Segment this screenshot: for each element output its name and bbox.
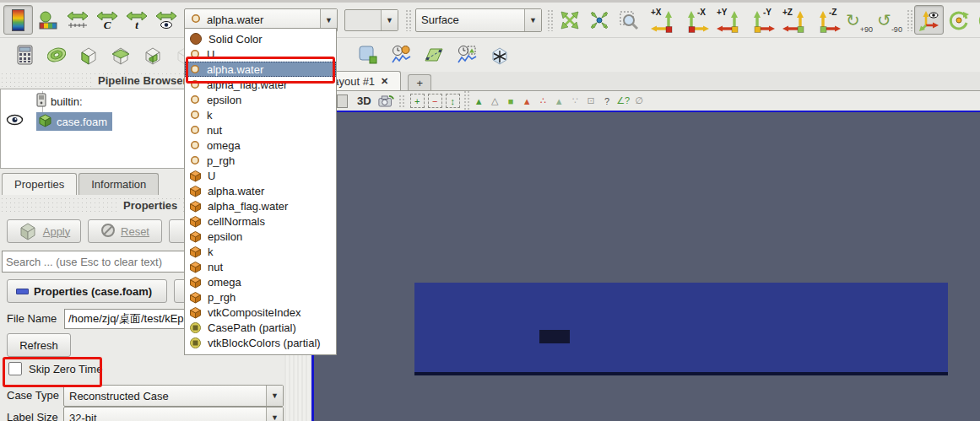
zoom-to-box-icon[interactable] — [614, 5, 643, 35]
plot-global-variables-over-time-icon[interactable] — [386, 40, 415, 70]
zoom-to-data-icon[interactable] — [584, 5, 614, 35]
dropdown-item-u[interactable]: U — [185, 168, 336, 183]
dropdown-item-alpha-water[interactable]: alpha.water — [185, 183, 336, 198]
select-cells-rect-icon[interactable]: + — [410, 94, 425, 108]
rotate-90-ccw-icon[interactable]: ↺-90 — [874, 5, 905, 35]
refresh-button[interactable]: Refresh — [7, 333, 71, 357]
contour-filter-icon[interactable] — [41, 40, 71, 70]
pipeline-item-case-foam[interactable]: case.foam — [36, 112, 112, 131]
dropdown-item-nut[interactable]: nut — [185, 259, 336, 274]
view-minus-z-button[interactable]: -Z — [811, 5, 844, 35]
hover-points-icon[interactable]: ∵ — [567, 93, 583, 109]
rescale-to-temporal-range-icon[interactable]: t — [122, 5, 151, 35]
toolbar-drag-handle[interactable] — [2, 41, 8, 68]
skip-zero-time-label: Skip Zero Time — [29, 363, 102, 375]
dropdown-item-label: U — [208, 170, 215, 182]
select-cells-polygon-icon[interactable]: ▲ — [471, 93, 487, 109]
skip-zero-time-checkbox[interactable] — [8, 362, 22, 375]
dropdown-item-u[interactable]: U — [185, 46, 336, 62]
rescale-to-data-range-icon[interactable] — [62, 5, 92, 35]
rotate-90-cw-icon[interactable]: ↻+90 — [844, 5, 874, 35]
dropdown-item-p-rgh[interactable]: p_rgh — [185, 153, 336, 168]
dropdown-item-epsilon[interactable]: epsilon — [185, 229, 336, 244]
calculator-filter-icon[interactable] — [9, 40, 39, 70]
rescale-to-visible-range-icon[interactable] — [151, 5, 181, 35]
edit-color-map-icon[interactable] — [33, 5, 62, 35]
zoom-to-selection-icon[interactable]: ⊡ — [583, 93, 599, 109]
probe-location-icon[interactable] — [485, 40, 514, 70]
rescale-to-custom-range-icon[interactable]: C — [92, 5, 122, 35]
clear-selection-icon[interactable]: ∅ — [631, 93, 647, 109]
interactive-select-cells-icon[interactable]: ▲ — [519, 93, 535, 109]
representation-combobox[interactable]: Surface ▼ — [415, 8, 542, 32]
toggle-3d-mode-button[interactable]: 3D — [353, 94, 376, 108]
pipeline-item-builtin[interactable]: builtin: — [36, 93, 83, 110]
dropdown-item-alpha-flag-water[interactable]: alpha_flag.water — [185, 198, 336, 213]
slice-filter-icon[interactable] — [106, 40, 135, 70]
view-plusminus-z-button[interactable]: +Z — [778, 5, 811, 35]
chevron-down-icon[interactable]: ▼ — [266, 386, 283, 406]
view-plusminus-y-button[interactable]: +Y — [712, 5, 745, 35]
interactive-select-points-icon[interactable]: ∴ — [535, 93, 551, 109]
reset-camera-icon[interactable] — [555, 5, 584, 35]
eye-icon[interactable] — [6, 114, 24, 128]
dropdown-item-omega[interactable]: omega — [185, 274, 336, 289]
label-size-combobox[interactable]: 32-bit ▼ — [63, 407, 284, 421]
capture-screenshot-icon[interactable] — [378, 93, 394, 109]
chevron-down-icon[interactable]: ▼ — [524, 9, 541, 31]
view-plusminus-x-button[interactable]: +X — [647, 5, 680, 35]
close-icon[interactable]: ✕ — [381, 76, 388, 87]
plot-selection-over-time-icon[interactable] — [452, 40, 481, 70]
dropdown-item-solid-color[interactable]: Solid Color — [185, 31, 336, 46]
apply-button[interactable]: Apply — [7, 219, 81, 243]
dropdown-item-label: Solid Color — [208, 33, 263, 46]
dropdown-item-p-rgh[interactable]: p_rgh — [185, 289, 336, 305]
tab-properties[interactable]: Properties — [2, 173, 77, 195]
properties-section-header[interactable]: Properties (case.foam) — [7, 279, 167, 303]
dropdown-item-omega[interactable]: omega — [185, 138, 336, 153]
tab-information[interactable]: Information — [79, 173, 159, 195]
point-data-icon — [189, 78, 201, 90]
dropdown-item-vtkcompositeindex[interactable]: vtkCompositeIndex — [185, 305, 336, 320]
reset-button[interactable]: Reset — [88, 219, 162, 243]
show-center-of-rotation-icon[interactable] — [944, 5, 973, 35]
select-points-rect-icon[interactable]: − — [428, 94, 442, 108]
case-type-combobox[interactable]: Reconstructed Case ▼ — [63, 385, 284, 407]
dropdown-item-vtkblockcolors-partial-[interactable]: vtkBlockColors (partial) — [185, 335, 336, 350]
select-cells-through-icon[interactable]: ↕ — [446, 94, 460, 108]
svg-text:C: C — [103, 19, 111, 30]
cell-data-icon — [189, 261, 202, 273]
grow-selection-icon[interactable]: ? — [599, 93, 615, 109]
pick-center-of-rotation-icon[interactable] — [973, 5, 980, 35]
component-combobox[interactable]: ▼ — [344, 9, 398, 31]
new-layout-tab-button[interactable]: + — [408, 74, 431, 90]
chevron-down-icon[interactable]: ▼ — [266, 408, 283, 421]
clip-filter-icon[interactable] — [73, 40, 103, 70]
view-minus-x-button[interactable]: -X — [680, 5, 712, 35]
render-view[interactable] — [311, 111, 980, 421]
hover-cells-icon[interactable]: ▲ — [551, 93, 567, 109]
dropdown-item-label: nut — [208, 261, 223, 273]
plot-over-line-icon[interactable] — [419, 40, 448, 70]
dropdown-item-k[interactable]: k — [185, 107, 336, 122]
chevron-down-icon[interactable]: ▼ — [381, 10, 398, 30]
surface-geometry[interactable] — [414, 283, 948, 375]
dropdown-item-nut[interactable]: nut — [185, 122, 336, 138]
dropdown-item-alpha-flag-water[interactable]: alpha_flag.water — [185, 77, 336, 92]
label-size-label: Label Size — [7, 411, 58, 421]
extract-selection-icon[interactable] — [353, 40, 382, 70]
dropdown-item-alpha-water[interactable]: alpha.water — [185, 62, 336, 77]
select-points-polygon-icon[interactable]: △ — [487, 93, 503, 109]
view-minus-y-button[interactable]: -Y — [745, 5, 778, 35]
dropdown-item-epsilon[interactable]: epsilon — [185, 92, 336, 107]
threshold-filter-icon[interactable] — [138, 40, 167, 70]
file-name-label: File Name — [7, 312, 57, 325]
dropdown-item-casepath-partial-[interactable]: CasePath (partial) — [185, 320, 336, 335]
cell-data-icon — [189, 246, 202, 258]
shrink-selection-icon[interactable]: ∠? — [615, 93, 631, 109]
dropdown-item-cellnormals[interactable]: cellNormals — [185, 213, 336, 229]
dropdown-item-k[interactable]: k — [185, 244, 336, 259]
show-orientation-axes-icon[interactable] — [914, 5, 944, 35]
select-block-icon[interactable]: ■ — [503, 93, 519, 109]
color-legend-toggle-icon[interactable] — [3, 5, 33, 35]
